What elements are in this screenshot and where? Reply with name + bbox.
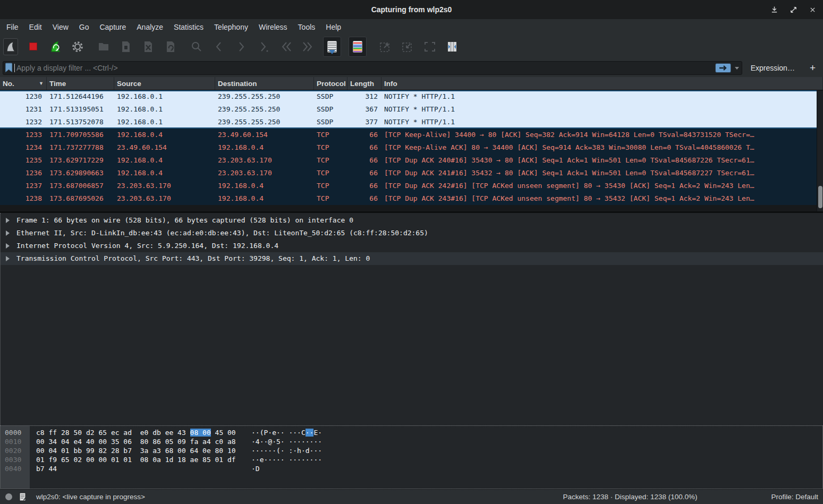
menu-telephony[interactable]: Telephony — [209, 21, 253, 33]
detail-row[interactable]: Ethernet II, Src: D-LinkIn_db:ee:43 (ec:… — [1, 227, 823, 240]
column-header-no[interactable]: No.▼ — [0, 77, 47, 90]
apply-filter-button[interactable] — [715, 63, 731, 73]
ascii-bytes[interactable]: ······(· :·h·d··· — [251, 446, 322, 455]
packet-list-scrollbar[interactable] — [817, 91, 823, 211]
cell-protocol: TCP — [314, 167, 347, 180]
hex-offset: 0010 — [1, 437, 30, 446]
colorize-toggle[interactable] — [349, 37, 367, 57]
hex-bytes[interactable]: 00 04 01 bb 99 82 28 b7 3a a3 68 00 64 0… — [36, 446, 251, 455]
cell-protocol: SSDP — [314, 90, 347, 103]
cell-info: [TCP Dup ACK 242#16] [TCP ACKed unseen s… — [381, 180, 817, 192]
add-filter-button[interactable]: + — [810, 63, 816, 73]
maximize-icon[interactable] — [790, 6, 797, 14]
bookmark-icon[interactable] — [5, 63, 12, 73]
details-rows: Frame 1: 66 bytes on wire (528 bits), 66… — [1, 214, 823, 265]
go-to-packet-icon[interactable] — [256, 38, 271, 55]
go-forward-icon[interactable] — [234, 38, 249, 55]
hex-bytes[interactable]: b7 44 — [36, 464, 251, 473]
column-header-length[interactable]: Length — [347, 77, 381, 90]
ascii-bytes[interactable]: ·4··@·5· ········ — [251, 437, 322, 446]
ascii-bytes[interactable]: ·D — [251, 464, 260, 473]
packet-row[interactable]: 1237173.68700685723.203.63.170192.168.0.… — [0, 180, 817, 192]
menu-statistics[interactable]: Statistics — [168, 21, 209, 33]
packet-row[interactable]: 1231171.513195051192.168.0.1239.255.255.… — [0, 103, 817, 116]
menu-go[interactable]: Go — [74, 21, 95, 33]
ascii-bytes[interactable]: ··e····· ········ — [251, 455, 322, 464]
hex-bytes[interactable]: 01 f9 65 02 00 00 01 01 08 0a 1d 18 ae 8… — [36, 455, 251, 464]
minimize-icon[interactable] — [770, 6, 778, 14]
cell-protocol: SSDP — [314, 103, 347, 116]
hex-bytes[interactable]: c8 ff 28 50 d2 65 ec ad e0 db ee 43 08 0… — [36, 428, 251, 437]
close-file-button[interactable] — [141, 38, 156, 55]
cell-no: 1237 — [0, 180, 47, 192]
auto-scroll-toggle[interactable] — [323, 37, 341, 57]
column-header-protocol[interactable]: Protocol — [314, 77, 347, 90]
menu-wireless[interactable]: Wireless — [253, 21, 293, 33]
menu-help[interactable]: Help — [320, 21, 346, 33]
menu-file[interactable]: File — [1, 21, 24, 33]
ascii-bytes[interactable]: ··(P·e·· ···C··E· — [251, 428, 322, 437]
column-header-destination[interactable]: Destination — [215, 77, 314, 90]
menu-edit[interactable]: Edit — [24, 21, 47, 33]
packet-row[interactable]: 1232171.513752078192.168.0.1239.255.255.… — [0, 116, 817, 129]
packet-row[interactable]: 1233171.709705586192.168.0.423.49.60.154… — [0, 129, 817, 141]
cell-info: NOTIFY * HTTP/1.1 — [381, 116, 817, 129]
display-filter-input[interactable] — [15, 64, 715, 72]
packet-row[interactable]: 1236173.629890663192.168.0.423.203.63.17… — [0, 167, 817, 180]
display-filter-box[interactable] — [3, 61, 742, 75]
hex-bytes[interactable]: 00 34 04 e4 40 00 35 06 80 86 05 09 fa a… — [36, 437, 251, 446]
go-last-icon[interactable] — [301, 38, 316, 55]
go-first-icon[interactable] — [278, 38, 293, 55]
packet-row[interactable]: 1234171.73727778823.49.60.154192.168.0.4… — [0, 141, 817, 154]
menu-view[interactable]: View — [47, 21, 74, 33]
cell-time: 171.737277788 — [47, 141, 114, 154]
detail-row[interactable]: Frame 1: 66 bytes on wire (528 bits), 66… — [1, 214, 823, 227]
expander-icon[interactable] — [6, 256, 12, 261]
packet-row[interactable]: 1230171.512644196192.168.0.1239.255.255.… — [0, 90, 817, 103]
expander-icon[interactable] — [6, 230, 12, 236]
cell-protocol: TCP — [314, 154, 347, 167]
hex-row[interactable]: 001000 34 04 e4 40 00 35 06 80 86 05 09 … — [1, 437, 822, 446]
column-label: Time — [49, 80, 66, 88]
hex-row[interactable]: 002000 04 01 bb 99 82 28 b7 3a a3 68 00 … — [1, 446, 822, 455]
packet-rows: 1230171.512644196192.168.0.1239.255.255.… — [0, 90, 817, 205]
open-file-button[interactable] — [96, 38, 111, 55]
zoom-out-icon[interactable] — [400, 38, 415, 55]
close-icon[interactable] — [809, 6, 817, 14]
hex-row[interactable]: 0000c8 ff 28 50 d2 65 ec ad e0 db ee 43 … — [1, 428, 822, 437]
reload-file-button[interactable] — [163, 38, 178, 55]
expert-info-icon[interactable] — [5, 493, 12, 500]
column-header-time[interactable]: Time — [47, 77, 114, 90]
menu-capture[interactable]: Capture — [94, 21, 131, 33]
detail-row[interactable]: Transmission Control Protocol, Src Port:… — [1, 252, 823, 265]
hex-row[interactable]: 003001 f9 65 02 00 00 01 01 08 0a 1d 18 … — [1, 455, 822, 464]
zoom-normal-icon[interactable] — [422, 38, 437, 55]
hex-row[interactable]: 0040b7 44·D — [1, 464, 822, 473]
expression-button[interactable]: Expression… — [751, 64, 795, 72]
filter-dropdown-caret-icon[interactable] — [735, 67, 739, 72]
menu-tools[interactable]: Tools — [293, 21, 321, 33]
find-packet-icon[interactable] — [189, 38, 204, 55]
packet-row[interactable]: 1238173.68769502623.203.63.170192.168.0.… — [0, 192, 817, 205]
capture-comment-icon[interactable] — [19, 492, 27, 501]
profile-text[interactable]: Profile: Default — [771, 493, 818, 501]
packet-row[interactable]: 1235173.629717229192.168.0.423.203.63.17… — [0, 154, 817, 167]
menu-analyze[interactable]: Analyze — [131, 21, 168, 33]
resize-columns-icon[interactable] — [445, 38, 460, 55]
expander-icon[interactable] — [6, 243, 12, 249]
column-header-info[interactable]: Info — [381, 77, 823, 90]
capture-options-button[interactable] — [70, 38, 85, 55]
stop-capture-button[interactable] — [26, 38, 40, 55]
restart-capture-button[interactable] — [48, 38, 63, 55]
go-back-icon[interactable] — [211, 38, 226, 55]
detail-row[interactable]: Internet Protocol Version 4, Src: 5.9.25… — [1, 240, 823, 252]
start-capture-button[interactable] — [3, 38, 18, 55]
expander-icon[interactable] — [6, 218, 12, 223]
cell-length: 312 — [347, 90, 381, 103]
cell-destination: 23.203.63.170 — [215, 154, 314, 167]
scrollbar-thumb[interactable] — [818, 186, 822, 208]
save-file-button[interactable] — [118, 38, 133, 55]
column-header-source[interactable]: Source — [114, 77, 215, 90]
cell-no: 1236 — [0, 167, 47, 180]
zoom-in-icon[interactable] — [378, 38, 393, 55]
